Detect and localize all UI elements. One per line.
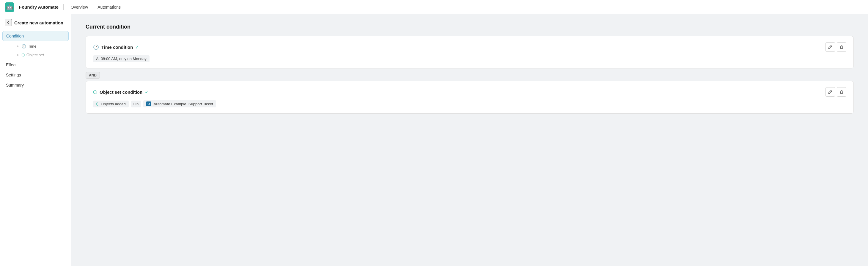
main-layout: Create new automation Condition 🕐 Time <box>0 14 868 266</box>
sidebar-sub-item-time[interactable]: 🕐 Time <box>7 42 69 50</box>
sidebar-header: Create new automation <box>0 19 71 31</box>
on-tag: On <box>131 100 141 108</box>
object-set-delete-button[interactable] <box>837 87 846 97</box>
app-logo: 🤖 <box>5 2 14 12</box>
object-set-card-title: Object set condition <box>100 90 143 95</box>
back-arrow-icon <box>6 20 11 25</box>
robot-icon: 🤖 <box>6 4 13 10</box>
dot-objectset: ⬡ Object set <box>11 53 44 57</box>
time-check-icon: ✓ <box>135 45 139 50</box>
main-content: Current condition 🕐 Time condition ✓ <box>71 14 868 266</box>
object-set-check-icon: ✓ <box>145 89 149 95</box>
sidebar-item-summary[interactable]: Summary <box>2 80 69 90</box>
pencil-icon <box>828 45 832 49</box>
pencil-icon-2 <box>828 90 832 94</box>
sidebar-item-effect[interactable]: Effect <box>2 60 69 70</box>
object-set-card-actions <box>826 87 846 97</box>
and-separator: AND <box>86 72 854 79</box>
object-set-title-group: ⬡ Object set condition ✓ <box>93 89 149 95</box>
sidebar-page-title: Create new automation <box>14 20 63 25</box>
object-blue-icon: O <box>146 101 151 106</box>
objects-added-icon: ⬡ <box>96 102 99 106</box>
object-set-condition-tags: ⬡ Objects added On O [Automate Example] … <box>93 100 846 108</box>
section-title: Current condition <box>86 24 854 30</box>
sidebar: Create new automation Condition 🕐 Time <box>0 14 71 266</box>
back-button[interactable] <box>5 19 12 26</box>
time-delete-button[interactable] <box>837 42 846 52</box>
dot-time: 🕐 Time <box>11 44 36 49</box>
object-set-condition-card: ⬡ Object set condition ✓ <box>86 81 854 114</box>
trash-icon-2 <box>839 90 844 94</box>
clock-small-icon: 🕐 <box>22 44 26 49</box>
app-title: Foundry Automate <box>19 4 59 9</box>
time-card-actions <box>826 42 846 52</box>
top-nav: 🤖 Foundry Automate Overview Automations <box>0 0 868 14</box>
clock-icon: 🕐 <box>93 45 99 50</box>
nav-automations[interactable]: Automations <box>95 4 123 11</box>
sidebar-settings-label: Settings <box>6 72 21 77</box>
object-reference-tag: O [Automate Example] Support Ticket <box>143 100 216 108</box>
objects-added-tag: ⬡ Objects added <box>93 100 129 108</box>
cube-icon: ⬡ <box>93 89 97 95</box>
time-card-header: 🕐 Time condition ✓ <box>93 42 846 52</box>
object-set-card-header: ⬡ Object set condition ✓ <box>93 87 846 97</box>
sidebar-condition-label: Condition <box>6 34 24 38</box>
dot-icon-objectset <box>17 54 19 56</box>
and-badge: AND <box>86 72 100 79</box>
time-condition-card: 🕐 Time condition ✓ <box>86 36 854 68</box>
objects-added-label: Objects added <box>101 102 126 106</box>
object-label: [Automate Example] Support Ticket <box>153 102 213 106</box>
sidebar-effect-label: Effect <box>6 62 17 67</box>
sidebar-sub-item-object-set[interactable]: ⬡ Object set <box>7 51 69 59</box>
sidebar-summary-label: Summary <box>6 83 24 87</box>
object-set-edit-button[interactable] <box>826 87 835 97</box>
time-edit-button[interactable] <box>826 42 835 52</box>
sub-item-objectset-label: Object set <box>27 53 44 57</box>
sidebar-item-settings[interactable]: Settings <box>2 70 69 80</box>
nav-divider <box>63 4 64 10</box>
sidebar-item-condition[interactable]: Condition <box>2 31 69 41</box>
dot-icon-time <box>17 46 19 47</box>
sidebar-nav: Condition 🕐 Time ⬡ Object set <box>0 31 71 90</box>
time-condition-detail: At 08:00 AM, only on Monday <box>93 55 150 62</box>
time-card-title: Time condition <box>101 45 133 50</box>
on-label: On <box>133 102 138 106</box>
nav-overview[interactable]: Overview <box>68 4 90 11</box>
sidebar-sub-items: 🕐 Time ⬡ Object set <box>7 42 69 60</box>
cube-small-icon: ⬡ <box>22 53 25 57</box>
sub-item-time-label: Time <box>28 44 36 49</box>
trash-icon <box>839 45 844 49</box>
time-card-title-group: 🕐 Time condition ✓ <box>93 45 139 50</box>
